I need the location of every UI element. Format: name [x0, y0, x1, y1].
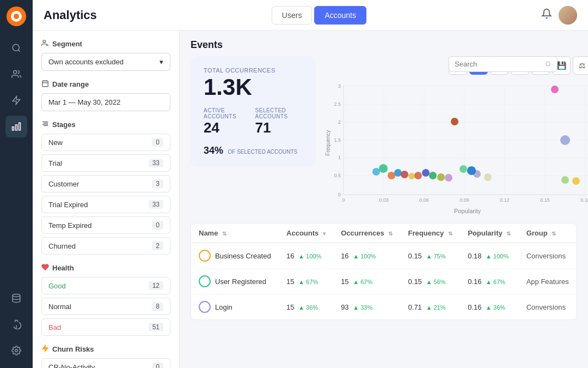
- nav-plug[interactable]: [5, 313, 27, 335]
- segment-title: Segment: [41, 39, 170, 49]
- row-popularity: 0.16 ▲ 36%: [460, 294, 518, 320]
- page-title: Analytics: [44, 8, 97, 22]
- svg-point-63: [422, 169, 430, 177]
- health-normal[interactable]: Normal8: [41, 298, 170, 315]
- svg-rect-5: [16, 125, 17, 130]
- row-accounts: 15 ▲ 67%: [279, 269, 333, 294]
- row-popularity: 0.16 ▲ 67%: [460, 269, 518, 294]
- col-group[interactable]: Group ⇅: [519, 224, 577, 243]
- svg-point-66: [445, 174, 452, 182]
- nav-lightning[interactable]: [5, 89, 27, 111]
- table-header-row: Name ⇅ Accounts ▾ Occurrences ⇅ Frequenc…: [191, 224, 577, 243]
- lightning-icon: [41, 345, 49, 354]
- health-title: Health: [41, 263, 170, 273]
- svg-point-61: [408, 173, 415, 179]
- table-head: Name ⇅ Accounts ▾ Occurrences ⇅ Frequenc…: [191, 224, 577, 243]
- health-section: Health Good12 Normal8 Bad51: [41, 263, 170, 336]
- logo[interactable]: [7, 7, 26, 26]
- svg-point-9: [15, 349, 18, 352]
- svg-point-2: [14, 70, 17, 74]
- chevron-down-icon: ▾: [160, 58, 163, 66]
- events-section: Events TOTAL OCCURRENCES 1.3K ACTIVE ACC…: [191, 39, 577, 214]
- pct-value: 34%: [204, 145, 223, 156]
- svg-line-1: [18, 50, 20, 51]
- events-card: TOTAL OCCURRENCES 1.3K ACTIVE ACCOUNTS 2…: [191, 56, 316, 167]
- row-group: App Features: [519, 269, 577, 294]
- row-group: Conversions: [519, 294, 577, 320]
- avatar[interactable]: [559, 6, 577, 25]
- x-axis-label: Popularity: [324, 208, 588, 214]
- svg-text:1: 1: [338, 155, 341, 160]
- stage-temp-expired[interactable]: Temp Expired0: [41, 216, 170, 234]
- table-row: Business Created 16 ▲ 100% 16 ▲ 100% 0.1…: [191, 243, 577, 269]
- col-occurrences[interactable]: Occurrences ⇅: [333, 224, 400, 243]
- svg-point-68: [561, 176, 569, 184]
- selected-accounts: SELECTED ACCOUNTS 71: [255, 107, 303, 136]
- tab-users[interactable]: Users: [272, 6, 313, 25]
- svg-point-22: [546, 62, 550, 66]
- churn-section: Churn Risks CR-No-Activity0: [41, 345, 170, 368]
- row-accounts: 16 ▲ 100%: [279, 243, 333, 269]
- svg-text:0.12: 0.12: [500, 197, 510, 203]
- pct-label: OF SELECTED ACCOUNTS: [228, 149, 297, 155]
- tab-accounts[interactable]: Accounts: [314, 6, 366, 25]
- tool-balance[interactable]: ⚖: [573, 56, 588, 75]
- col-popularity[interactable]: Popularity ⇅: [460, 224, 518, 243]
- col-accounts[interactable]: Accounts ▾: [279, 224, 333, 243]
- svg-point-65: [437, 173, 445, 181]
- date-range-section: Date range: [41, 80, 170, 111]
- date-field[interactable]: [41, 93, 170, 111]
- nav-users[interactable]: [5, 63, 27, 85]
- health-good[interactable]: Good12: [41, 277, 170, 294]
- svg-text:0.06: 0.06: [419, 197, 429, 203]
- active-label: ACTIVE ACCOUNTS: [204, 107, 244, 119]
- health-bad[interactable]: Bad51: [41, 318, 170, 336]
- col-frequency[interactable]: Frequency ⇅: [401, 224, 461, 243]
- svg-text:0.09: 0.09: [460, 197, 469, 203]
- stage-new[interactable]: New0: [41, 134, 170, 151]
- stage-churned[interactable]: Churned2: [41, 237, 170, 255]
- nav-chart[interactable]: [5, 116, 27, 137]
- accounts-row: ACTIVE ACCOUNTS 24 SELECTED ACCOUNTS 71: [204, 107, 303, 136]
- nav-database[interactable]: [5, 287, 27, 309]
- svg-point-58: [388, 172, 395, 179]
- svg-point-67: [460, 165, 467, 173]
- stage-trial-expired[interactable]: Trial Expired33: [41, 196, 170, 213]
- svg-rect-6: [13, 127, 14, 130]
- svg-point-7: [13, 294, 20, 297]
- segment-section: Segment Own accounts excluded ▾: [41, 39, 170, 71]
- svg-text:2.5: 2.5: [334, 101, 341, 107]
- stages-title: Stages: [41, 120, 170, 129]
- svg-point-53: [551, 86, 559, 93]
- events-table: Name ⇅ Accounts ▾ Occurrences ⇅ Frequenc…: [191, 223, 577, 320]
- nav-settings[interactable]: [5, 340, 27, 361]
- row-name: Login: [191, 294, 279, 320]
- content: Segment Own accounts excluded ▾ Date ran…: [33, 31, 588, 368]
- col-name[interactable]: Name ⇅: [191, 224, 279, 243]
- svg-point-55: [560, 135, 570, 145]
- svg-rect-4: [19, 123, 21, 130]
- table-row: Login 15 ▲ 36% 93 ▲ 33% 0.71 ▲ 21% 0.16 …: [191, 294, 577, 320]
- row-occurrences: 16 ▲ 100%: [333, 243, 400, 269]
- svg-point-10: [43, 40, 46, 43]
- calendar-icon: [41, 80, 49, 89]
- svg-point-64: [429, 172, 437, 179]
- sidebar: Segment Own accounts excluded ▾ Date ran…: [33, 31, 180, 368]
- chart-search[interactable]: [449, 56, 558, 72]
- row-occurrences: 15 ▲ 67%: [333, 269, 400, 294]
- date-range-title: Date range: [41, 80, 170, 89]
- nav-search[interactable]: [5, 37, 27, 59]
- row-name: User Registered: [191, 269, 279, 294]
- stages-section: Stages New0 Trial33 Customer3 Trial Expi…: [41, 120, 170, 255]
- svg-point-60: [401, 171, 408, 178]
- stage-trial[interactable]: Trial33: [41, 154, 170, 172]
- segment-dropdown[interactable]: Own accounts excluded ▾: [41, 53, 170, 71]
- notifications-icon[interactable]: [541, 8, 552, 22]
- chart-search-input[interactable]: [455, 60, 542, 68]
- selected-value: 71: [255, 119, 303, 136]
- svg-point-71: [467, 166, 476, 175]
- churn-no-activity[interactable]: CR-No-Activity0: [41, 358, 170, 368]
- table: Name ⇅ Accounts ▾ Occurrences ⇅ Frequenc…: [191, 224, 577, 319]
- stage-customer[interactable]: Customer3: [41, 175, 170, 192]
- svg-point-54: [451, 118, 458, 125]
